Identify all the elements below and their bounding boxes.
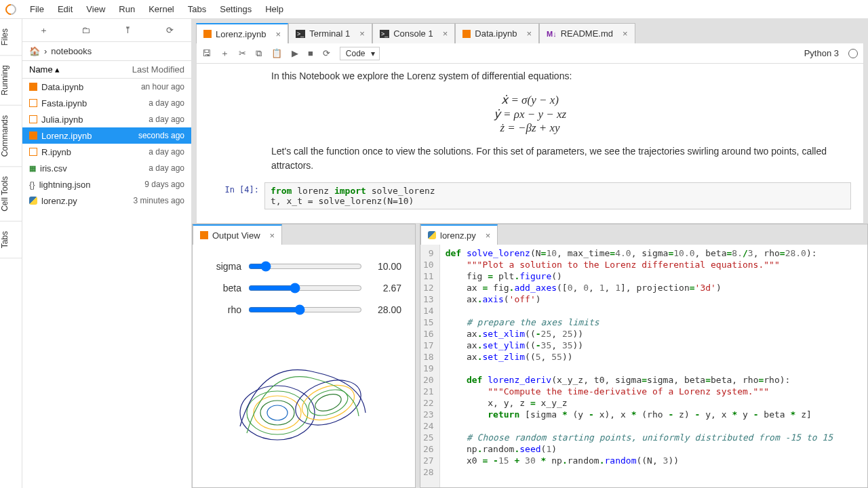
code-cell[interactable]: In [4]: from lorenz import solve_lorenzt… [197,182,863,209]
stop-icon[interactable]: ■ [308,48,313,58]
code-editor[interactable]: 910111213141516171819202122232425262728 … [420,245,867,487]
file-modified: a day ago [149,115,184,124]
file-name: Fasta.ipynb [41,98,144,108]
file-name: lorenz.py [41,196,130,206]
sidetab-commands[interactable]: Commands [0,106,22,167]
upload-icon[interactable]: ⤒ [123,25,134,35]
file-browser-toolbar: ＋ 🗀 ⤒ ⟳ [22,19,191,42]
sidetab-cell-tools[interactable]: Cell Tools [0,167,22,222]
paste-icon[interactable]: 📋 [271,48,282,58]
slider-beta: beta2.67 [206,277,401,299]
code-input[interactable]: from lorenz import solve_lorenzt, x_t = … [264,182,851,209]
file-modified: 3 minutes ago [134,196,184,205]
kernel-status-icon [848,49,858,58]
new-folder-icon[interactable]: 🗀 [80,25,91,35]
menu-tabs[interactable]: Tabs [181,0,213,19]
notebook-icon [203,30,212,38]
file-item[interactable]: Fasta.ipynba day ago [22,95,191,111]
terminal-icon: >_ [380,30,389,38]
breadcrumb[interactable]: 🏠› notebooks [22,42,191,61]
cell-type-select[interactable]: Code [340,47,380,60]
restart-icon[interactable]: ⟳ [323,48,330,58]
breadcrumb-folder[interactable]: notebooks [51,46,92,56]
slider-label: rho [206,304,241,315]
equations: ẋ = σ(y − x) ẏ = ρx − y − xz ż = −βz + x… [197,89,863,139]
slider-input[interactable] [248,283,362,293]
dock-tab[interactable]: >_Console 1× [372,23,455,43]
copy-icon[interactable]: ⧉ [256,48,262,59]
close-icon[interactable]: × [480,230,491,241]
run-icon[interactable]: ▶ [292,48,298,58]
refresh-icon[interactable]: ⟳ [165,25,176,35]
kernel-name[interactable]: Python 3 [804,48,839,58]
cut-icon[interactable]: ✂ [239,48,246,58]
dock-tab[interactable]: Data.ipynb× [455,23,539,43]
new-launcher-icon[interactable]: ＋ [38,24,49,37]
close-icon[interactable]: × [264,230,275,241]
file-item[interactable]: Data.ipynban hour ago [22,79,191,95]
close-icon[interactable]: × [437,28,448,39]
close-icon[interactable]: × [270,29,281,39]
line-gutter: 910111213141516171819202122232425262728 [420,245,440,487]
dock-tab[interactable]: Lorenz.ipynb× [196,23,288,43]
input-prompt: In [4]: [197,182,264,209]
tab-label: lorenz.py [440,230,476,241]
file-name: iris.csv [40,163,144,174]
svg-point-3 [260,401,294,425]
file-item[interactable]: {}lightning.json9 days ago [22,176,191,192]
file-item[interactable]: lorenz.py3 minutes ago [22,192,191,209]
file-item[interactable]: Julia.ipynba day ago [22,111,191,127]
lorenz-plot [193,325,415,476]
tab-lorenz-py[interactable]: lorenz.py× [420,224,498,245]
save-icon[interactable]: 🖫 [202,48,211,58]
menu-run[interactable]: Run [112,0,142,19]
sidetab-running[interactable]: Running [0,56,22,106]
json-icon: {} [29,180,35,190]
equation-3: ż = −βz + xy [197,121,863,135]
home-icon[interactable]: 🏠 [29,46,40,56]
main-area: Lorenz.ipynb×>_Terminal 1×>_Console 1×Da… [192,19,868,488]
tab-output-view[interactable]: Output View× [193,224,282,245]
file-name: R.ipynb [41,147,144,157]
sidetab-tabs[interactable]: Tabs [0,222,22,258]
markdown-cell-2[interactable]: Let's call the function once to view the… [197,139,863,178]
notebook-icon [462,30,471,38]
file-list-header[interactable]: Name ▴ Last Modified [22,61,191,79]
file-item[interactable]: ▦iris.csva day ago [22,160,191,176]
file-item[interactable]: Lorenz.ipynbseconds ago [22,127,191,144]
equation-2: ẏ = ρx − y − xz [197,107,863,121]
file-modified: a day ago [149,163,184,173]
insert-cell-icon[interactable]: ＋ [220,47,229,60]
close-icon[interactable]: × [617,28,628,39]
svg-point-5 [290,372,367,434]
menu-file[interactable]: File [23,0,51,19]
slider-input[interactable] [248,304,362,315]
dock-tab[interactable]: >_Terminal 1× [288,23,372,43]
slider-input[interactable] [248,261,362,272]
menu-kernel[interactable]: Kernel [142,0,181,19]
code-content[interactable]: def solve_lorenz(N=10, max_time=4.0, sig… [440,245,838,487]
markdown-icon: M↓ [547,30,557,38]
menu-edit[interactable]: Edit [51,0,79,19]
close-icon[interactable]: × [521,28,532,39]
file-modified: an hour ago [141,82,184,92]
sidetab-files[interactable]: Files [0,19,22,56]
header-name[interactable]: Name [29,64,53,75]
menu-settings[interactable]: Settings [213,0,258,19]
file-item[interactable]: R.ipynba day ago [22,144,191,160]
svg-point-4 [267,405,288,420]
tab-label: Output View [212,230,260,241]
file-name: lightning.json [39,180,141,190]
notebook-toolbar: 🖫 ＋ ✂ ⧉ 📋 ▶ ■ ⟳ Code Python 3 [196,43,864,64]
menu-help[interactable]: Help [258,0,290,19]
notebook-icon [29,99,37,107]
tab-label: README.md [561,28,613,39]
header-modified[interactable]: Last Modified [117,64,191,75]
close-icon[interactable]: × [354,28,365,39]
dock-tabbar: Lorenz.ipynb×>_Terminal 1×>_Console 1×Da… [196,23,864,43]
markdown-cell[interactable]: In this Notebook we explore the Lorenz s… [197,64,863,89]
dock-tab[interactable]: M↓README.md× [539,23,635,43]
file-modified: a day ago [149,147,184,157]
notebook-icon [29,131,37,140]
menu-view[interactable]: View [79,0,112,19]
